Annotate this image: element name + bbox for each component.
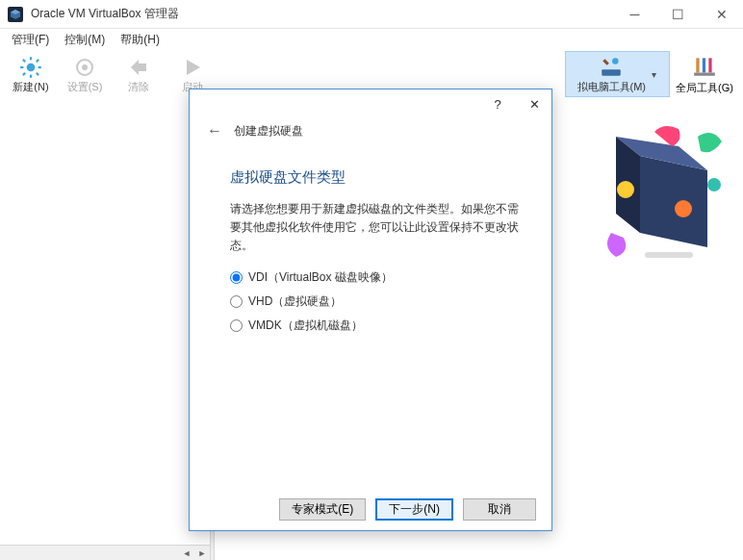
close-button[interactable]: ✕ <box>700 0 743 29</box>
titlebar: Oracle VM VirtualBox 管理器 ─ ☐ ✕ <box>0 0 743 29</box>
menu-help[interactable]: 帮助(H) <box>113 30 167 50</box>
svg-line-7 <box>23 59 25 61</box>
virtualbox-illustration <box>587 117 731 281</box>
radio-vmdk[interactable]: VMDK（虚拟机磁盘） <box>230 318 525 334</box>
svg-marker-19 <box>640 156 707 247</box>
window-controls: ─ ☐ ✕ <box>613 0 743 29</box>
svg-rect-18 <box>694 72 715 75</box>
maximize-button[interactable]: ☐ <box>656 0 700 29</box>
radio-vmdk-label: VMDK（虚拟机磁盘） <box>248 318 363 334</box>
discard-icon <box>127 55 150 80</box>
svg-rect-16 <box>703 58 705 72</box>
svg-rect-25 <box>645 252 693 258</box>
global-tools-icon <box>692 54 717 81</box>
cancel-button[interactable]: 取消 <box>463 498 536 521</box>
radio-vhd[interactable]: VHD（虚拟硬盘） <box>230 293 525 310</box>
create-disk-dialog: ? ✕ ← 创建虚拟硬盘 虚拟硬盘文件类型 请选择您想要用于新建虚拟磁盘的文件类… <box>189 89 552 531</box>
dialog-title: 创建虚拟硬盘 <box>234 123 303 140</box>
next-button[interactable]: 下一步(N) <box>375 498 453 521</box>
radio-vdi-input[interactable] <box>230 271 243 284</box>
svg-point-22 <box>617 181 634 198</box>
dialog-body: 虚拟硬盘文件类型 请选择您想要用于新建虚拟磁盘的文件类型。如果您不需要其他虚拟化… <box>190 149 551 334</box>
vm-list-panel: ◄ ► <box>0 98 210 560</box>
window-title: Oracle VM VirtualBox 管理器 <box>31 6 613 22</box>
vm-tools-label: 拟电脑工具(M) <box>577 80 647 94</box>
dialog-close-button[interactable]: ✕ <box>525 94 544 114</box>
horizontal-scrollbar[interactable]: ◄ ► <box>0 545 210 560</box>
global-tools-button[interactable]: 全局工具(G) <box>670 51 739 97</box>
radio-vdi-label: VDI（VirtualBox 磁盘映像） <box>248 269 393 286</box>
svg-line-9 <box>23 72 25 74</box>
expert-mode-button[interactable]: 专家模式(E) <box>279 498 366 521</box>
minimize-button[interactable]: ─ <box>613 0 656 29</box>
svg-point-14 <box>612 58 619 64</box>
svg-line-10 <box>37 59 38 61</box>
svg-point-2 <box>27 63 36 71</box>
dialog-header: ← 创建虚拟硬盘 <box>190 118 551 149</box>
svg-point-24 <box>707 178 721 191</box>
svg-rect-17 <box>708 58 711 72</box>
radio-vhd-input[interactable] <box>230 295 243 308</box>
back-arrow-icon[interactable]: ← <box>207 122 222 140</box>
menubar: 管理(F) 控制(M) 帮助(H) <box>0 29 743 50</box>
discard-label: 清除 <box>128 80 149 94</box>
section-title: 虚拟硬盘文件类型 <box>230 168 525 187</box>
section-description: 请选择您想要用于新建虚拟磁盘的文件类型。如果您不需要其他虚拟化软件使用它，您可以… <box>230 200 525 256</box>
app-icon <box>8 7 23 22</box>
dialog-footer: 专家模式(E) 下一步(N) 取消 <box>190 488 551 530</box>
svg-rect-15 <box>696 58 699 72</box>
settings-label: 设置(S) <box>67 80 103 94</box>
sun-icon <box>18 55 43 80</box>
gear-icon <box>73 55 96 80</box>
global-tools-label: 全局工具(G) <box>676 81 733 95</box>
radio-vdi[interactable]: VDI（VirtualBox 磁盘映像） <box>230 269 525 286</box>
start-icon <box>181 55 204 80</box>
disk-type-radios: VDI（VirtualBox 磁盘映像） VHD（虚拟硬盘） VMDK（虚拟机磁… <box>230 269 525 334</box>
new-button[interactable]: 新建(N) <box>4 51 58 97</box>
scroll-right-icon[interactable]: ► <box>194 546 210 561</box>
help-button[interactable]: ? <box>488 94 507 114</box>
radio-vhd-label: VHD（虚拟硬盘） <box>248 293 342 310</box>
svg-line-8 <box>37 72 38 74</box>
svg-point-23 <box>675 200 692 217</box>
menu-control[interactable]: 控制(M) <box>57 30 113 50</box>
radio-vmdk-input[interactable] <box>230 319 243 332</box>
chevron-down-icon[interactable]: ▾ <box>652 69 663 80</box>
svg-rect-13 <box>602 69 622 76</box>
scroll-left-icon[interactable]: ◄ <box>179 546 194 561</box>
menu-manage[interactable]: 管理(F) <box>4 30 57 50</box>
settings-button: 设置(S) <box>58 51 112 97</box>
new-label: 新建(N) <box>13 80 48 94</box>
dialog-titlebar: ? ✕ <box>190 89 551 118</box>
tools-icon <box>599 55 624 80</box>
svg-point-12 <box>82 64 88 70</box>
vm-tools-tab[interactable]: 拟电脑工具(M) ▾ <box>565 51 671 97</box>
discard-button: 清除 <box>112 51 166 97</box>
